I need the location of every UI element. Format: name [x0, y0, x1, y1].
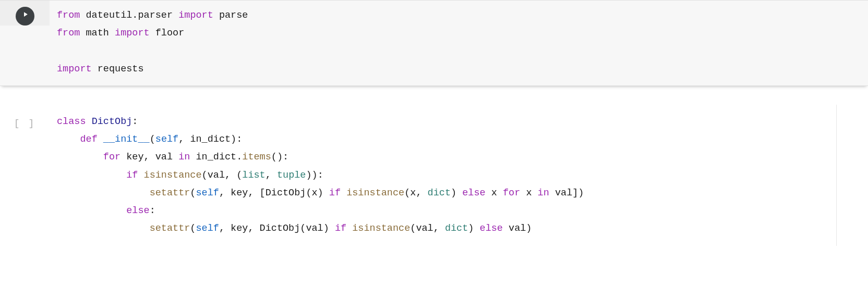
- code-token: import: [115, 28, 155, 39]
- code-line: setattr(self, key, DictObj(val) if isins…: [57, 220, 831, 238]
- code-token: [57, 188, 150, 198]
- code-token: __init__: [103, 134, 150, 145]
- code-token: dateutil: [86, 10, 132, 21]
- code-token: self: [155, 134, 178, 145]
- code-token: :: [132, 116, 138, 127]
- code-token: (: [190, 188, 196, 198]
- execution-prompt: [ ]: [14, 111, 35, 132]
- code-token: val]): [555, 188, 584, 198]
- code-token: ): [451, 188, 462, 198]
- code-token: (: [150, 134, 155, 145]
- code-token: if: [329, 188, 346, 198]
- code-token: tuple: [277, 170, 306, 181]
- code-token: from: [57, 10, 86, 21]
- code-token: ): [468, 223, 479, 234]
- cell-spacer: [0, 86, 868, 105]
- code-token: else: [480, 223, 509, 234]
- code-line: if isinstance(val, (list, tuple)):: [57, 167, 831, 184]
- code-token: import: [57, 64, 98, 74]
- code-token: items: [242, 152, 271, 163]
- code-token: self: [196, 223, 219, 234]
- code-token: [57, 205, 126, 216]
- code-token: class: [57, 116, 92, 127]
- code-line: for key, val in in_dict.items():: [57, 148, 831, 166]
- code-token: , in_dict):: [178, 134, 242, 145]
- code-token: else: [462, 188, 491, 198]
- notebook: from dateutil.parser import parsefrom ma…: [0, 0, 868, 246]
- code-line: setattr(self, key, [DictObj(x) if isinst…: [57, 184, 831, 202]
- code-line: import requests: [57, 60, 863, 78]
- code-token: list: [242, 170, 265, 181]
- code-token: from: [57, 28, 86, 39]
- code-token: (x,: [404, 188, 427, 198]
- code-line: [57, 42, 863, 60]
- code-token: (val, (: [202, 170, 243, 181]
- code-token: isinstance: [352, 223, 410, 234]
- code-token: [57, 170, 126, 181]
- code-editor[interactable]: from dateutil.parser import parsefrom ma…: [50, 1, 868, 85]
- code-token: setattr: [150, 188, 190, 198]
- code-token: (: [190, 223, 196, 234]
- code-token: isinstance: [346, 188, 404, 198]
- code-token: self: [196, 188, 219, 198]
- code-token: , key, [DictObj(x): [219, 188, 329, 198]
- code-token: :: [150, 205, 155, 216]
- code-token: setattr: [150, 223, 190, 234]
- code-token: ,: [266, 170, 277, 181]
- code-token: .: [236, 152, 242, 163]
- code-token: parse: [219, 10, 248, 21]
- code-token: import: [178, 10, 219, 21]
- code-token: if: [335, 223, 352, 234]
- code-token: ():: [271, 152, 288, 163]
- code-token: [57, 134, 80, 145]
- code-token: dict: [428, 188, 451, 198]
- code-line: def __init__(self, in_dict):: [57, 131, 831, 148]
- code-token: )):: [306, 170, 323, 181]
- play-icon: [20, 7, 29, 25]
- cell-gutter: [ ]: [0, 105, 50, 132]
- code-editor[interactable]: class DictObj: def __init__(self, in_dic…: [50, 105, 837, 246]
- code-line: class DictObj:: [57, 113, 831, 131]
- code-token: [57, 223, 150, 234]
- code-token: x: [526, 188, 537, 198]
- code-token: in: [178, 152, 196, 163]
- code-token: , key, DictObj(val): [219, 223, 335, 234]
- code-token: [57, 152, 103, 163]
- code-token: x: [491, 188, 503, 198]
- code-token: key, val: [126, 152, 178, 163]
- code-token: parser: [138, 10, 178, 21]
- code-token: else: [126, 205, 149, 216]
- code-token: .: [132, 10, 138, 21]
- cell-gutter: [0, 1, 50, 26]
- code-token: val): [509, 223, 532, 234]
- code-token: isinstance: [144, 170, 202, 181]
- code-token: DictObj: [92, 116, 132, 127]
- run-cell-button[interactable]: [16, 7, 34, 26]
- code-token: math: [86, 28, 115, 39]
- code-cell: from dateutil.parser import parsefrom ma…: [0, 0, 868, 86]
- code-line: from dateutil.parser import parse: [57, 7, 863, 24]
- code-token: in_dict: [196, 152, 236, 163]
- code-line: from math import floor: [57, 24, 863, 42]
- code-token: (val,: [410, 223, 445, 234]
- code-token: requests: [98, 64, 144, 74]
- code-cell: [ ] class DictObj: def __init__(self, in…: [0, 105, 868, 246]
- code-token: def: [80, 134, 103, 145]
- code-token: for: [503, 188, 526, 198]
- code-token: floor: [155, 28, 185, 39]
- code-token: dict: [445, 223, 468, 234]
- code-token: in: [538, 188, 555, 198]
- code-token: for: [103, 152, 126, 163]
- code-token: if: [126, 170, 143, 181]
- code-line: else:: [57, 202, 831, 220]
